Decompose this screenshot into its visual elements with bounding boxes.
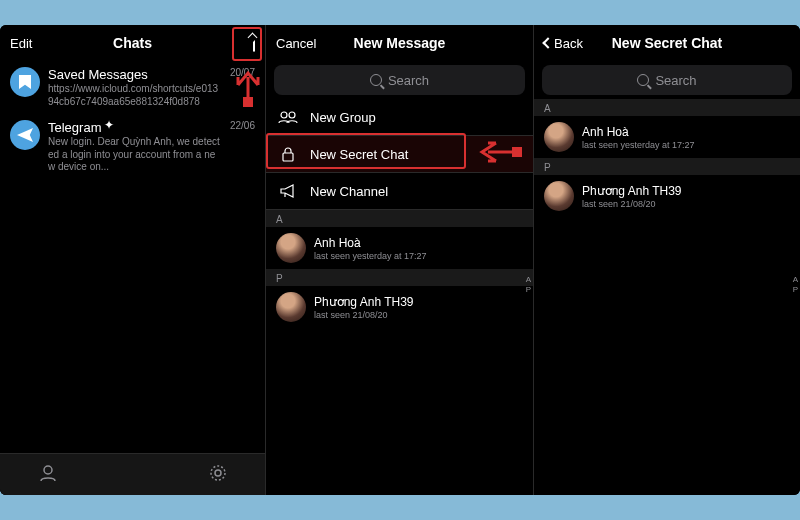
header-title: New Message xyxy=(354,35,446,51)
group-icon xyxy=(278,109,298,125)
cancel-button[interactable]: Cancel xyxy=(276,36,316,51)
chats-pane: Edit Chats Saved Messages https://www.ic… xyxy=(0,25,266,495)
contact-name: Anh Hoà xyxy=(314,236,427,250)
secret-chat-header: Back New Secret Chat xyxy=(534,25,800,61)
header-title: New Secret Chat xyxy=(612,35,722,51)
chat-sub: https://www.icloud.com/shortcuts/e01394c… xyxy=(48,83,222,108)
avatar xyxy=(544,181,574,211)
chat-row[interactable]: Saved Messages https://www.icloud.com/sh… xyxy=(0,61,265,114)
header-title: Chats xyxy=(113,35,152,51)
index-bar[interactable]: AP xyxy=(793,275,798,295)
contact-sub: last seen yesterday at 17:27 xyxy=(582,140,695,150)
tab-settings[interactable] xyxy=(208,463,228,487)
chat-name: Saved Messages xyxy=(48,67,222,82)
svg-point-0 xyxy=(44,466,52,474)
contact-row[interactable]: Anh Hoàlast seen yesterday at 17:27 xyxy=(534,116,800,158)
new-message-pane: Cancel New Message Search New Group New … xyxy=(266,25,534,495)
lock-icon xyxy=(278,146,298,162)
section-header: A xyxy=(266,210,533,227)
section-header: A xyxy=(534,99,800,116)
svg-point-2 xyxy=(211,466,225,480)
chat-time: 22/06 xyxy=(230,120,255,131)
svg-point-4 xyxy=(281,112,287,118)
search-placeholder: Search xyxy=(655,73,696,88)
search-icon xyxy=(637,74,649,86)
verified-icon: ✦ xyxy=(104,118,114,132)
new-secret-chat-pane: Back New Secret Chat Search A Anh Hoàlas… xyxy=(534,25,800,495)
contact-row[interactable]: Phương Anh TH39last seen 21/08/20 xyxy=(534,175,800,217)
chat-sub: New login. Dear Quỳnh Anh, we detected a… xyxy=(48,136,222,174)
search-icon xyxy=(370,74,382,86)
new-message-header: Cancel New Message xyxy=(266,25,533,61)
svg-rect-6 xyxy=(283,153,293,161)
avatar xyxy=(276,292,306,322)
edit-button[interactable]: Edit xyxy=(10,36,32,51)
back-button[interactable]: Back xyxy=(544,36,583,51)
contact-row[interactable]: Phương Anh TH39last seen 21/08/20 xyxy=(266,286,533,328)
avatar xyxy=(544,122,574,152)
option-label: New Channel xyxy=(310,184,388,199)
megaphone-icon xyxy=(278,183,298,199)
option-new-group[interactable]: New Group xyxy=(266,99,533,136)
contact-name: Anh Hoà xyxy=(582,125,695,139)
chat-row[interactable]: Telegram✦ New login. Dear Quỳnh Anh, we … xyxy=(0,114,265,180)
search-placeholder: Search xyxy=(388,73,429,88)
avatar xyxy=(276,233,306,263)
chat-time: 20/07 xyxy=(230,67,255,78)
search-input[interactable]: Search xyxy=(274,65,525,95)
contact-name: Phương Anh TH39 xyxy=(314,295,414,309)
telegram-icon xyxy=(10,120,40,150)
index-bar[interactable]: AP xyxy=(526,275,531,295)
section-header: P xyxy=(266,269,533,286)
compose-icon xyxy=(253,35,255,52)
chats-header: Edit Chats xyxy=(0,25,265,61)
chevron-left-icon xyxy=(542,37,553,48)
option-label: New Group xyxy=(310,110,376,125)
contact-sub: last seen yesterday at 17:27 xyxy=(314,251,427,261)
option-label: New Secret Chat xyxy=(310,147,408,162)
contact-row[interactable]: Anh Hoàlast seen yesterday at 17:27 xyxy=(266,227,533,269)
option-new-channel[interactable]: New Channel xyxy=(266,173,533,210)
contact-sub: last seen 21/08/20 xyxy=(582,199,682,209)
tab-bar xyxy=(0,453,265,495)
compose-button[interactable] xyxy=(253,36,255,51)
section-header: P xyxy=(534,158,800,175)
tab-contacts[interactable] xyxy=(38,463,58,487)
chat-name: Telegram✦ xyxy=(48,120,222,135)
svg-point-5 xyxy=(289,112,295,118)
contact-name: Phương Anh TH39 xyxy=(582,184,682,198)
contact-sub: last seen 21/08/20 xyxy=(314,310,414,320)
svg-point-1 xyxy=(215,470,221,476)
option-new-secret-chat[interactable]: New Secret Chat xyxy=(266,136,533,173)
search-input[interactable]: Search xyxy=(542,65,792,95)
bookmark-icon xyxy=(10,67,40,97)
